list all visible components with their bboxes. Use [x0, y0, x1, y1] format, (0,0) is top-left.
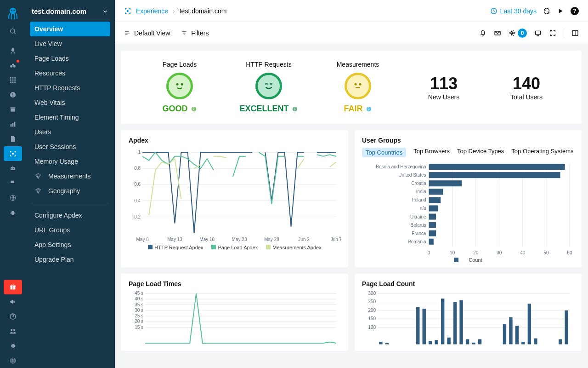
play-icon[interactable] — [557, 7, 564, 15]
card-title: User Groups — [362, 137, 574, 144]
sidebar-item-element-timing[interactable]: Element Timing — [30, 110, 110, 125]
refresh-icon[interactable] — [543, 7, 550, 15]
user-groups-card: User Groups Top CountriesTop BrowsersTop… — [355, 130, 582, 267]
sidebar-item-measurements[interactable]: Measurements — [30, 169, 110, 184]
help-icon[interactable]: ? — [571, 7, 579, 15]
svg-text:30 s: 30 s — [135, 308, 143, 313]
view-selector[interactable]: Default View — [124, 29, 170, 37]
topbar: Experience › test.domain.com Last 30 day… — [115, 0, 588, 22]
svg-rect-44 — [183, 33, 186, 33]
svg-text:50: 50 — [543, 250, 549, 255]
megaphone-icon[interactable] — [4, 294, 22, 309]
kiosk-icon[interactable] — [534, 29, 542, 37]
alert-icon[interactable] — [4, 87, 22, 102]
sidebar-item-memory-usage[interactable]: Memory Usage — [30, 154, 110, 169]
logo-icon[interactable] — [4, 4, 22, 22]
sidebar-item-url-groups[interactable]: URL Groups — [30, 223, 110, 237]
svg-rect-12 — [14, 80, 16, 81]
sidebar-item-page-loads[interactable]: Page Loads — [30, 51, 110, 66]
tab-top-countries[interactable]: Top Countries — [362, 148, 406, 157]
chevron-down-icon — [102, 8, 108, 15]
svg-text:300: 300 — [368, 291, 376, 296]
svg-text:May 23: May 23 — [232, 237, 247, 242]
svg-text:100: 100 — [368, 325, 376, 330]
svg-rect-18 — [12, 96, 13, 97]
info-icon[interactable] — [292, 106, 298, 112]
stat-new-users: 113New Users — [402, 74, 485, 101]
svg-rect-41 — [125, 33, 130, 33]
barchart-icon[interactable] — [4, 117, 22, 132]
svg-rect-162 — [534, 339, 537, 345]
search-icon[interactable] — [4, 24, 22, 39]
sidebar-item-live-view[interactable]: Live View — [30, 36, 110, 51]
svg-point-3 — [10, 29, 14, 33]
svg-rect-20 — [11, 109, 15, 112]
svg-rect-97 — [429, 180, 462, 186]
tab-top-operating-systems[interactable]: Top Operating Systems — [511, 148, 573, 157]
mail-icon[interactable] — [494, 29, 501, 37]
user-groups-legend: Count — [362, 257, 574, 263]
sidebar-item-web-vitals[interactable]: Web Vitals — [30, 95, 110, 110]
stat-total-users: 140Total Users — [485, 74, 568, 101]
svg-rect-61 — [368, 107, 369, 108]
tab-top-device-types[interactable]: Top Device Types — [457, 148, 504, 157]
svg-rect-152 — [472, 343, 475, 345]
sidebar-item-configure-apdex[interactable]: Configure Apdex — [30, 208, 110, 223]
fullscreen-icon[interactable] — [549, 29, 556, 37]
svg-text:0.8: 0.8 — [134, 166, 141, 171]
people-icon[interactable] — [4, 324, 22, 339]
sidebar-title[interactable]: test.domain.com — [25, 4, 115, 22]
info-icon[interactable] — [366, 106, 372, 112]
question-icon[interactable] — [4, 309, 22, 324]
sidebar-item-geography[interactable]: Geography — [30, 184, 110, 198]
svg-text:45 s: 45 s — [135, 291, 143, 296]
sidebar-item-overview[interactable]: Overview — [30, 22, 110, 36]
info-icon[interactable] — [191, 106, 197, 112]
robot-icon[interactable] — [4, 161, 22, 176]
svg-point-49 — [177, 84, 178, 85]
svg-text:40 s: 40 s — [135, 296, 143, 301]
svg-rect-167 — [565, 310, 568, 345]
grid-icon[interactable] — [4, 73, 22, 87]
svg-rect-21 — [10, 124, 11, 126]
bell-icon[interactable] — [479, 29, 486, 37]
content: Page Loads GOOD HTTP Requests EXCELLENT … — [115, 44, 588, 368]
binoculars-icon[interactable] — [4, 58, 22, 73]
svg-point-1 — [11, 10, 12, 11]
gift-icon[interactable] — [4, 280, 22, 294]
bug-icon[interactable] — [4, 205, 22, 220]
svg-text:15 s: 15 s — [135, 325, 143, 330]
sidebar-item-upgrade-plan[interactable]: Upgrade Plan — [30, 252, 110, 267]
gear-icon[interactable] — [4, 339, 22, 353]
svg-rect-43 — [182, 31, 187, 31]
sidebar-item-user-sessions[interactable]: User Sessions — [30, 139, 110, 154]
svg-text:0.2: 0.2 — [134, 214, 141, 219]
tab-top-browsers[interactable]: Top Browsers — [413, 148, 450, 157]
flag-icon[interactable] — [4, 176, 22, 190]
svg-point-58 — [360, 84, 361, 85]
svg-rect-143 — [416, 307, 419, 344]
filters-button[interactable]: Filters — [181, 29, 209, 37]
sidebar-item-users[interactable]: Users — [30, 125, 110, 139]
svg-point-30 — [11, 211, 14, 215]
globe-icon[interactable] — [4, 190, 22, 205]
svg-text:United States: United States — [398, 172, 426, 178]
svg-text:10: 10 — [450, 250, 455, 255]
archive-icon[interactable] — [4, 102, 22, 117]
world-icon[interactable] — [4, 353, 22, 368]
sidebar-item-http-requests[interactable]: HTTP Requests — [30, 80, 110, 95]
breadcrumb-root[interactable]: Experience — [136, 7, 168, 15]
svg-rect-145 — [429, 341, 432, 344]
file-icon[interactable] — [4, 132, 22, 146]
svg-text:20: 20 — [473, 250, 479, 255]
kpi-page-loads: Page Loads GOOD — [135, 61, 224, 114]
anomaly-button[interactable]: 0 — [509, 29, 527, 38]
rocket-icon[interactable] — [4, 43, 22, 58]
svg-rect-28 — [12, 166, 13, 167]
panel-icon[interactable] — [571, 29, 579, 37]
sidebar-item-app-settings[interactable]: App Settings — [30, 237, 110, 252]
sidebar-item-resources[interactable]: Resources — [30, 66, 110, 80]
scan-icon[interactable] — [4, 146, 22, 161]
svg-rect-40 — [125, 31, 129, 31]
time-range-picker[interactable]: Last 30 days — [490, 7, 537, 15]
